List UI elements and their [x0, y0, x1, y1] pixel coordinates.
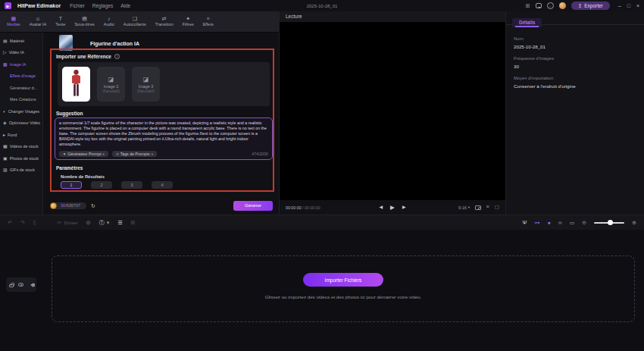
- fullscreen-icon[interactable]: ▢: [495, 205, 499, 210]
- ripple-toggle-icon[interactable]: ⊶: [534, 220, 539, 225]
- text-icon: T: [59, 16, 62, 21]
- timeline-zoom-slider[interactable]: [594, 222, 624, 224]
- video-canvas[interactable]: [280, 22, 505, 200]
- import-files-button[interactable]: Importer Fichiers: [303, 273, 383, 287]
- sidebar-label: Photos de stock: [10, 156, 39, 161]
- sidebar-item-optimiseur-video[interactable]: ◈Optimiseur Vidéo: [0, 118, 42, 130]
- undo-icon[interactable]: ↶: [8, 220, 12, 225]
- frame-icon[interactable]: ▭: [570, 220, 575, 225]
- sidebar-label: Changer Visages: [8, 109, 39, 114]
- text-tool-icon: Ⓣ: [99, 220, 105, 225]
- sidebar-item-generateur[interactable]: Générateur d...: [0, 82, 42, 94]
- avatar-icon: ☺: [35, 16, 40, 21]
- feedback-icon[interactable]: [536, 3, 542, 8]
- menu-fichier[interactable]: Fichier: [70, 3, 85, 8]
- sidebar-item-materiel[interactable]: ▤Matériel: [0, 35, 42, 47]
- info-glyph: i: [117, 55, 117, 58]
- result-option-3[interactable]: 3: [121, 181, 142, 189]
- stock-gif-icon: ▨: [3, 168, 8, 172]
- prompt-generator-button[interactable]: ✦ Générateur Prompt ▾: [59, 151, 108, 157]
- sidebar-item-fond[interactable]: ▸Fond: [0, 129, 42, 141]
- menu-bar: Fichier Réglages Aide: [70, 3, 130, 8]
- field-label-importation: Moyen d'importation:: [514, 76, 636, 80]
- slot-label: Image 2: [104, 84, 118, 89]
- tab-filtres[interactable]: ✦Filtres: [178, 16, 199, 27]
- minimize-button[interactable]: –: [618, 3, 621, 8]
- maximize-button[interactable]: □: [627, 3, 630, 8]
- details-panel: Détails Nom: 2025-10-28_01 Fréquence d'I…: [505, 11, 644, 215]
- marker-icon[interactable]: ⊙: [86, 220, 91, 225]
- previous-frame-icon[interactable]: ◀: [379, 204, 383, 211]
- audio-icon: ♪: [108, 16, 111, 21]
- info-icon[interactable]: i: [114, 54, 120, 59]
- tab-audio[interactable]: ♪Audio: [99, 16, 119, 27]
- sidebar-item-videos-de-stock[interactable]: ▦Vidéos de stock: [0, 141, 42, 153]
- delete-icon[interactable]: ▯: [33, 220, 36, 225]
- titlebar-actions: ⊞ ↓ ↥ Exporter – □ ×: [526, 2, 639, 10]
- reference-image-slot-1[interactable]: [62, 67, 90, 102]
- download-icon[interactable]: ↓: [547, 2, 554, 9]
- media-drop-zone[interactable]: [52, 255, 635, 322]
- next-frame-icon[interactable]: ▶: [402, 204, 406, 211]
- logo-glyph: ▶: [7, 4, 10, 8]
- redo-icon[interactable]: ↷: [20, 220, 25, 225]
- title-bar: ▶ HitPaw Edimakor Fichier Réglages Aide …: [0, 0, 644, 11]
- keyframe-toggle-icon[interactable]: ●: [547, 220, 550, 225]
- result-option-4[interactable]: 4: [152, 181, 173, 189]
- lock-track-icon[interactable]: [9, 284, 14, 287]
- tab-sous-titres[interactable]: ▤Sous-titres: [70, 16, 98, 27]
- sidebar-item-photos-de-stock[interactable]: ▣Photos de stock: [0, 152, 42, 165]
- tab-effets[interactable]: ✧Effets: [199, 16, 218, 27]
- tab-texte[interactable]: TTexte: [51, 16, 70, 27]
- mixer-icon[interactable]: ≡: [486, 205, 489, 210]
- split-button[interactable]: ✂ Diviser: [58, 220, 78, 225]
- sidebar-item-mes-creations[interactable]: Mes Créations: [0, 94, 42, 106]
- sidebar-item-gifs-de-stock[interactable]: ▨GIFs de stock: [0, 165, 42, 177]
- window-controls: – □ ×: [618, 3, 639, 8]
- play-icon[interactable]: ▶: [390, 204, 395, 211]
- ratio-value: 9:16: [458, 205, 467, 210]
- sidebar-item-changer-visages[interactable]: ◐Changer Visages: [0, 105, 42, 118]
- refresh-icon[interactable]: ↻: [91, 203, 95, 208]
- layout-icon[interactable]: ⊞: [526, 3, 530, 8]
- link-icon[interactable]: ∞: [558, 220, 562, 225]
- time-current: 00:00:00: [286, 205, 302, 210]
- export-button[interactable]: ↥ Exporter: [571, 2, 610, 10]
- tab-avatar-ia[interactable]: ☺Avatar IA: [25, 16, 52, 27]
- reference-image-slot-3[interactable]: ◪ Image 3 (Facultatif): [132, 67, 160, 102]
- close-button[interactable]: ×: [636, 3, 639, 8]
- subtitle-tool-icon[interactable]: ☰: [117, 220, 122, 225]
- reference-image-slot-2[interactable]: ◪ Image 2 (Facultatif): [97, 67, 125, 102]
- result-option-1[interactable]: 1: [61, 181, 82, 189]
- sidebar-label: Image IA: [10, 62, 27, 67]
- mute-track-icon[interactable]: [28, 283, 33, 287]
- result-option-2[interactable]: 2: [91, 181, 112, 189]
- aspect-ratio-selector[interactable]: 9:16▾: [458, 205, 470, 210]
- preview-title: Lecture: [280, 11, 505, 22]
- timeline-area: Importer Fichiers Glissez ou importez de…: [0, 230, 644, 351]
- sidebar-item-effets-dimage[interactable]: Effets d'image: [0, 71, 42, 83]
- tab-medias[interactable]: ▦Médias: [2, 16, 25, 27]
- text-tool-button[interactable]: Ⓣ ▾: [99, 220, 110, 225]
- menu-reglages[interactable]: Réglages: [92, 3, 113, 8]
- zoom-slider-knob[interactable]: [608, 220, 613, 225]
- tab-transition[interactable]: ⇄Transition: [151, 16, 178, 27]
- user-avatar[interactable]: [559, 2, 566, 9]
- microphone-icon[interactable]: Ψ: [523, 220, 527, 225]
- sidebar-label: Optimiseur Vidéo: [9, 121, 40, 125]
- prompt-tags-button[interactable]: ◇ Tags de Prompts ▾: [112, 151, 157, 157]
- snapshot-icon[interactable]: [475, 205, 481, 210]
- menu-aide[interactable]: Aide: [120, 3, 130, 8]
- hide-track-icon[interactable]: [18, 283, 23, 287]
- prompt-textarea[interactable]: a commercial 1/7 scale figurine of the c…: [55, 118, 273, 160]
- params-title: Paramètres: [56, 165, 83, 171]
- sidebar-item-image-ia[interactable]: ▩Image IA: [0, 58, 42, 71]
- generate-button[interactable]: Générer: [233, 201, 273, 211]
- tab-label: Effets: [203, 23, 214, 27]
- zoom-in-icon[interactable]: ⊕: [632, 220, 636, 225]
- zoom-out-icon[interactable]: ⊖: [582, 220, 586, 225]
- tab-details[interactable]: Détails: [512, 18, 542, 27]
- tab-autocollants[interactable]: ❏Autocollants: [119, 16, 151, 27]
- sidebar-item-video-ia[interactable]: ▷Vidéo IA: [0, 47, 42, 59]
- grid-tool-icon[interactable]: ⊞: [131, 220, 136, 225]
